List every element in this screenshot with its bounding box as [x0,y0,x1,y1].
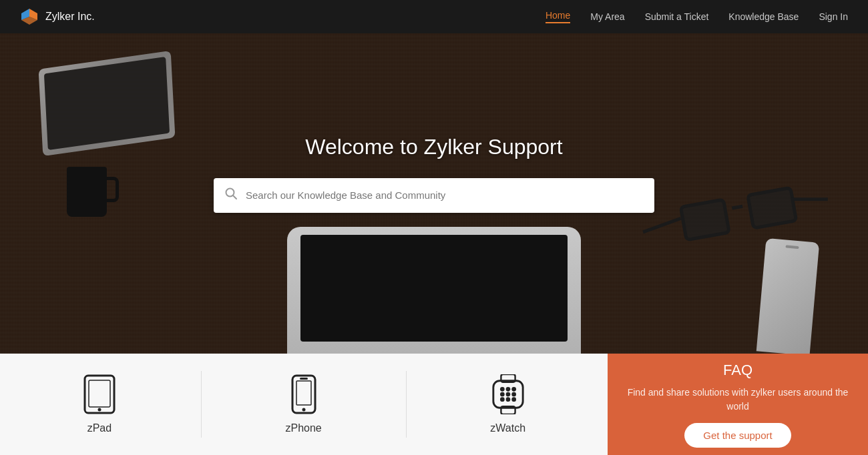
svg-point-18 [500,392,505,397]
tablet-screen [300,235,568,342]
brand: Zylker Inc. [20,7,95,26]
nav-submit-ticket[interactable]: Submit a Ticket [645,11,709,22]
svg-point-23 [511,397,516,402]
svg-point-16 [505,387,510,392]
svg-point-21 [500,397,505,402]
bottom-section: zPad zPhone [0,354,868,455]
svg-point-22 [505,397,510,402]
brand-logo-icon [20,7,39,26]
nav-my-area[interactable]: My Area [590,11,624,22]
faq-section: FAQ Find and share solutions with zylker… [608,354,868,455]
nav-sign-in[interactable]: Sign In [819,11,848,22]
faq-title: FAQ [723,362,752,379]
svg-point-10 [302,408,305,412]
get-support-button[interactable]: Get the support [684,423,791,448]
nav-links: Home My Area Submit a Ticket Knowledge B… [546,10,848,23]
glasses-lens-left [679,197,731,242]
nav-home[interactable]: Home [546,10,570,23]
search-icon [224,187,238,203]
hero-section: Welcome to Zylker Support [0,33,868,354]
laptop-decor [39,51,176,156]
product-zwatch[interactable]: zWatch [490,374,525,434]
zpad-icon [82,374,117,414]
zwatch-label: zWatch [490,422,525,434]
navbar: Zylker Inc. Home My Area Submit a Ticket… [0,0,868,33]
brand-name: Zylker Inc. [45,11,95,23]
zphone-icon [286,374,321,414]
svg-rect-6 [89,380,110,407]
tablet-decor [287,227,581,354]
glasses-arm-right [791,197,828,201]
product-zpad[interactable]: zPad [82,374,117,434]
product-zphone[interactable]: zPhone [285,374,321,434]
zphone-label: zPhone [285,422,321,434]
product-divider-1 [201,371,202,438]
glasses-bridge [732,204,743,209]
svg-point-19 [505,392,510,397]
svg-point-17 [511,387,516,392]
mug-decor [67,167,107,217]
faq-subtitle: Find and share solutions with zylker use… [621,386,855,414]
svg-rect-11 [300,378,308,380]
zwatch-icon [491,374,525,414]
products-section: zPad zPhone [0,354,608,455]
svg-line-4 [233,195,236,199]
nav-knowledge-base[interactable]: Knowledge Base [728,11,799,22]
product-divider-2 [406,371,407,438]
glasses-decor [681,187,828,240]
svg-point-20 [511,392,516,397]
svg-point-15 [500,387,505,392]
search-input[interactable] [246,189,644,201]
search-bar [214,178,654,213]
svg-rect-9 [296,381,311,405]
glasses-lens-right [746,185,798,230]
hero-content: Welcome to Zylker Support [214,135,654,213]
phone-decor [756,238,820,354]
zpad-label: zPad [87,422,112,434]
svg-point-7 [97,408,101,412]
hero-title: Welcome to Zylker Support [305,135,562,159]
